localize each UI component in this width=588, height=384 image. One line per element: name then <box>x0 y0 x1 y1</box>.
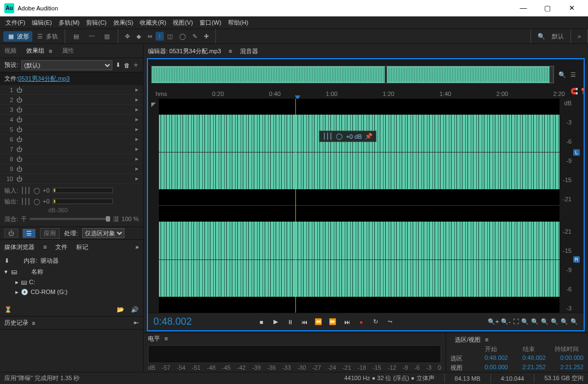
tab-selection-view[interactable]: 选区/视图 <box>455 336 481 344</box>
tree-toggle-icon[interactable]: ▾ <box>4 268 8 275</box>
filter-icon[interactable]: ⏳ <box>4 306 12 313</box>
workspace-overflow[interactable]: » <box>574 32 584 41</box>
expand-icon[interactable]: » <box>135 244 139 250</box>
current-time[interactable]: 0:48.002 <box>153 316 252 327</box>
save-preset-icon[interactable]: ⬇ <box>116 61 121 69</box>
menu-clip[interactable]: 剪辑(C) <box>83 19 110 27</box>
effect-slot-6[interactable]: 6⏻▸ <box>0 134 143 144</box>
tab-files[interactable]: 文件 <box>55 243 67 251</box>
lasso-tool[interactable]: ◯ <box>176 32 189 41</box>
heal-tool[interactable]: ✚ <box>201 32 212 41</box>
move-tool[interactable]: ✥ <box>122 32 133 41</box>
zoom-in-end-button[interactable]: 🔍 <box>541 318 549 325</box>
view-end[interactable]: 2:21.252 <box>511 364 546 372</box>
drive-c[interactable]: ▸🖴C: <box>4 277 139 287</box>
marquee-tool[interactable]: ◫ <box>164 32 176 41</box>
tab-mixer[interactable]: 混音器 <box>240 47 258 55</box>
favorite-icon[interactable]: ★ <box>133 61 139 69</box>
apply-button[interactable]: 应用 <box>40 228 60 239</box>
zoom-reset-v-button[interactable]: 🔍 <box>570 318 578 325</box>
levels-menu-icon[interactable]: ≡ <box>164 335 168 342</box>
spectral-pitch-button[interactable]: 〰 <box>84 31 99 41</box>
time-ruler[interactable]: hms 0:200:40 1:001:20 1:402:00 2:20 🧲 📍 <box>156 89 565 99</box>
rewind-button[interactable]: ⏪ <box>312 317 324 327</box>
view-start[interactable]: 0:00.000 <box>473 364 508 372</box>
tab-video[interactable]: 视频 <box>4 47 16 55</box>
pause-button[interactable]: ⏸ <box>284 317 296 327</box>
zoom-nav-icon[interactable]: 🔍 <box>558 71 566 78</box>
tab-media-browser[interactable]: 媒体浏览器 <box>4 243 35 251</box>
tab-levels[interactable]: 电平 <box>148 335 160 343</box>
hud-pin-icon[interactable]: 📌 <box>365 133 373 140</box>
menu-multitrack[interactable]: 多轨(M) <box>55 19 83 27</box>
hud-knob-icon[interactable]: ◯ <box>336 133 342 140</box>
menu-view[interactable]: 视图(V) <box>169 19 196 27</box>
menu-effects[interactable]: 效果(S) <box>110 19 137 27</box>
maximize-button[interactable]: ▢ <box>535 0 560 16</box>
tab-effects-rack[interactable]: 效果组 <box>26 47 44 55</box>
spectral-freq-button[interactable]: ▤ <box>68 31 84 41</box>
overview-waveform[interactable] <box>151 66 554 83</box>
tab-properties[interactable]: 属性 <box>62 47 74 55</box>
zoom-out-v-button[interactable]: 🔍 <box>561 318 568 325</box>
razor-tool[interactable]: ◆ <box>133 32 144 41</box>
minimize-button[interactable]: — <box>511 0 535 16</box>
time-select-tool[interactable]: I <box>156 32 164 41</box>
loop-button[interactable]: ↻ <box>369 317 381 327</box>
tab-history[interactable]: 历史记录 <box>4 319 28 327</box>
zoom-in-h-button[interactable]: 🔍+ <box>488 318 499 325</box>
menu-help[interactable]: 帮助(H) <box>225 19 252 27</box>
menu-edit[interactable]: 编辑(E) <box>28 19 55 27</box>
output-knob-icon[interactable]: ◯ <box>33 198 40 205</box>
sel-end[interactable]: 0:48.002 <box>511 354 546 363</box>
search-icon[interactable]: 🔍 <box>534 32 549 41</box>
view-dur[interactable]: 2:21.252 <box>549 364 584 372</box>
waveform-view-button[interactable]: ▦波形 <box>3 31 32 42</box>
hud-overlay[interactable]: ⎮⎮⎮ ◯ +0 dB 📌 <box>319 131 376 142</box>
effect-slot-7[interactable]: 7⏻▸ <box>0 144 143 154</box>
effect-slot-2[interactable]: 2⏻▸ <box>0 95 143 105</box>
import-icon[interactable]: ⬇ <box>4 257 9 264</box>
multitrack-view-button[interactable]: ☰多轨 <box>32 31 61 42</box>
waveform-canvas[interactable]: ⎮⎮⎮ ◯ +0 dB 📌 <box>159 99 560 313</box>
zoom-sel-button[interactable]: 🔍 <box>521 318 529 325</box>
sel-dur[interactable]: 0:00.000 <box>549 354 584 363</box>
effect-slot-5[interactable]: 5⏻▸ <box>0 125 143 134</box>
history-collapse-icon[interactable]: ⇤ <box>134 319 139 326</box>
workspace-label[interactable]: 默认 <box>549 31 567 42</box>
drive-cdrom[interactable]: ▸💿CD-ROM (G:) <box>4 287 139 297</box>
amplitude-handle-icon[interactable]: ◤ <box>151 101 156 108</box>
preview-editor-button[interactable]: ▥ <box>99 31 115 41</box>
slip-tool[interactable]: ⇔ <box>144 32 156 41</box>
record-button[interactable]: ● <box>355 317 367 327</box>
panel-menu-icon[interactable]: ≡ <box>49 48 52 54</box>
zoom-out-h-button[interactable]: 🔍- <box>501 318 511 325</box>
effect-slot-1[interactable]: 1⏻▸ <box>0 85 143 95</box>
effect-slot-8[interactable]: 8⏻▸ <box>0 154 143 164</box>
stop-button[interactable]: ■ <box>255 317 267 327</box>
skip-start-button[interactable]: ⏮ <box>298 317 310 327</box>
zoom-in-v-button[interactable]: 🔍 <box>551 318 558 325</box>
hud-gain[interactable]: +0 dB <box>346 133 362 140</box>
tab-markers[interactable]: 标记 <box>76 243 88 251</box>
menu-favorites[interactable]: 收藏夹(R) <box>136 19 169 27</box>
zoom-full-button[interactable]: ⛶ <box>513 318 519 325</box>
channel-l-badge[interactable]: L <box>573 149 580 156</box>
input-gain[interactable]: +0 <box>43 187 50 194</box>
mb-panel-menu-icon[interactable]: ≡ <box>43 244 47 250</box>
mix-slider-handle[interactable] <box>106 216 110 222</box>
tab-editor[interactable]: 编辑器: 0531男34分配.mp3 <box>148 47 221 55</box>
list-icon[interactable]: ☰ <box>22 229 36 238</box>
delete-preset-icon[interactable]: 🗑 <box>124 62 130 69</box>
effect-slot-9[interactable]: 9⏻▸ <box>0 164 143 174</box>
preset-select[interactable]: (默认) <box>21 60 112 70</box>
effect-slot-10[interactable]: 10⏻▸ <box>0 174 143 184</box>
sel-start[interactable]: 0:48.002 <box>473 354 508 363</box>
skip-selection-button[interactable]: ⤳ <box>384 317 396 327</box>
forward-button[interactable]: ⏩ <box>327 317 339 327</box>
input-knob-icon[interactable]: ◯ <box>33 187 40 194</box>
channel-r-badge[interactable]: R <box>573 256 580 263</box>
sel-menu-icon[interactable]: ≡ <box>485 336 488 343</box>
effect-slot-4[interactable]: 4⏻▸ <box>0 115 143 125</box>
output-gain[interactable]: +0 <box>43 198 50 205</box>
